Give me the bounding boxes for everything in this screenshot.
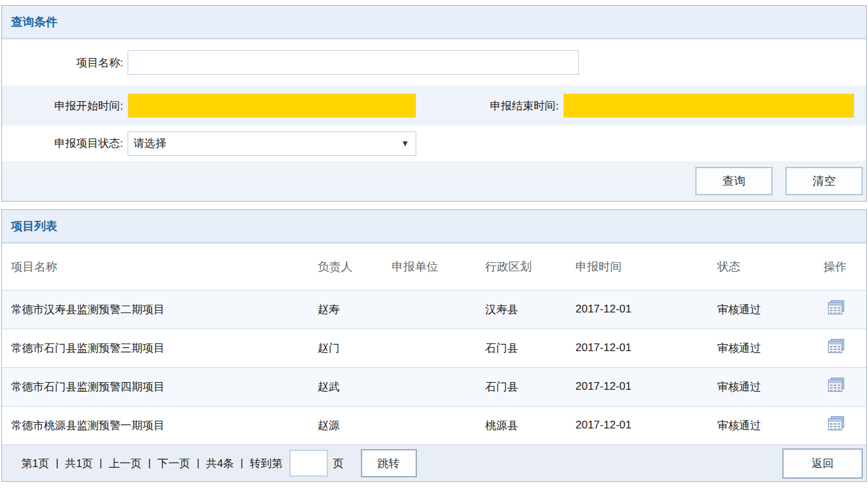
project-table: 项目名称 负责人 申报单位 行政区划 申报时间 状态 操作 常德市汉寿县监测预警… <box>2 244 866 445</box>
view-detail-table-icon[interactable] <box>827 378 845 392</box>
cell-owner: 赵门 <box>318 329 392 367</box>
table-header-row: 项目名称 负责人 申报单位 行政区划 申报时间 状态 操作 <box>2 244 866 290</box>
total-items-label: 共4条 <box>206 456 234 471</box>
goto-prefix-label: 转到第 <box>250 456 283 471</box>
view-detail-table-icon[interactable] <box>827 339 845 354</box>
status-select[interactable]: 请选择 ▼ <box>128 131 416 156</box>
cell-status: 审核通过 <box>717 290 824 329</box>
cell-project-name: 常德市石门县监测预警三期项目 <box>2 329 318 367</box>
query-panel-title: 查询条件 <box>2 6 866 39</box>
view-detail-table-icon[interactable] <box>827 416 845 431</box>
project-name-input[interactable] <box>128 50 579 75</box>
separator: | <box>240 457 243 470</box>
cell-status: 审核通过 <box>717 367 824 406</box>
cell-owner: 赵寿 <box>318 290 392 329</box>
view-detail-table-icon[interactable] <box>827 300 845 315</box>
table-row: 常德市桃源县监测预警一期项目 赵源 桃源县 2017-12-01 审核通过 <box>2 406 866 445</box>
cell-region: 石门县 <box>485 329 575 367</box>
cell-date: 2017-12-01 <box>575 406 717 445</box>
col-status: 状态 <box>717 244 824 290</box>
cell-region: 桃源县 <box>485 406 575 445</box>
cell-unit <box>392 329 485 367</box>
cell-owner: 赵源 <box>318 406 392 445</box>
project-name-label: 项目名称: <box>2 55 128 70</box>
end-time-input[interactable] <box>563 93 854 118</box>
cell-operation <box>824 290 866 329</box>
cell-status: 审核通过 <box>717 406 824 445</box>
query-button[interactable]: 查询 <box>695 167 773 195</box>
table-row: 常德市石门县监测预警三期项目 赵门 石门县 2017-12-01 审核通过 <box>2 329 866 367</box>
cell-date: 2017-12-01 <box>575 367 717 406</box>
back-button[interactable]: 返回 <box>782 448 863 479</box>
cell-owner: 赵武 <box>318 367 392 406</box>
end-time-label: 申报结束时间: <box>416 99 563 113</box>
clear-button[interactable]: 清空 <box>786 167 863 195</box>
cell-date: 2017-12-01 <box>575 329 717 367</box>
col-project-name: 项目名称 <box>2 244 318 290</box>
start-time-label: 申报开始时间: <box>2 99 128 113</box>
next-page-link[interactable]: 下一页 <box>157 456 190 471</box>
project-list-panel: 项目列表 项目名称 负责人 申报单位 行政区划 申报时间 状态 操作 常德市 <box>1 209 867 482</box>
goto-page-input[interactable] <box>289 450 328 477</box>
cell-unit <box>392 290 485 329</box>
cell-project-name: 常德市汉寿县监测预警二期项目 <box>2 290 318 329</box>
cell-unit <box>392 367 485 406</box>
cell-date: 2017-12-01 <box>575 290 717 329</box>
col-owner: 负责人 <box>318 244 392 290</box>
separator: | <box>148 457 151 470</box>
separator: | <box>55 457 58 470</box>
separator: | <box>99 457 102 470</box>
start-time-input[interactable] <box>128 93 416 118</box>
prev-page-link[interactable]: 上一页 <box>109 456 142 471</box>
col-region: 行政区划 <box>485 244 575 290</box>
separator: | <box>197 457 199 470</box>
query-panel: 查询条件 项目名称: 申报开始时间: 申报结束时间: 申报项目状态: 请选择 ▼… <box>1 5 867 202</box>
cell-operation <box>824 329 866 367</box>
total-pages-label: 共1页 <box>65 456 93 471</box>
project-list-title: 项目列表 <box>2 210 866 244</box>
chevron-down-icon: ▼ <box>401 139 409 148</box>
status-selected-value: 请选择 <box>133 136 166 151</box>
query-actions-row: 查询 清空 <box>2 161 866 201</box>
cell-project-name: 常德市桃源县监测预警一期项目 <box>2 406 318 445</box>
cell-project-name: 常德市石门县监测预警四期项目 <box>2 367 318 406</box>
table-row: 常德市汉寿县监测预警二期项目 赵寿 汉寿县 2017-12-01 审核通过 <box>2 290 866 329</box>
col-operation: 操作 <box>824 244 866 290</box>
declare-time-row: 申报开始时间: 申报结束时间: <box>2 86 866 126</box>
status-label: 申报项目状态: <box>2 136 128 151</box>
goto-suffix-label: 页 <box>333 456 344 471</box>
cell-region: 汉寿县 <box>485 290 575 329</box>
current-page-label: 第1页 <box>21 456 49 471</box>
cell-operation <box>824 406 866 445</box>
page: 查询条件 项目名称: 申报开始时间: 申报结束时间: 申报项目状态: 请选择 ▼… <box>0 0 868 483</box>
table-row: 常德市石门县监测预警四期项目 赵武 石门县 2017-12-01 审核通过 <box>2 367 866 406</box>
cell-unit <box>392 406 485 445</box>
project-name-row: 项目名称: <box>2 39 866 86</box>
cell-operation <box>824 367 866 406</box>
jump-button[interactable]: 跳转 <box>361 449 417 477</box>
pagination-bar: 第1页 | 共1页 | 上一页 | 下一页 | 共4条 | 转到第 页 跳转 返… <box>2 445 866 481</box>
col-date: 申报时间 <box>575 244 717 290</box>
cell-status: 审核通过 <box>717 329 824 367</box>
col-unit: 申报单位 <box>392 244 485 290</box>
cell-region: 石门县 <box>485 367 575 406</box>
project-status-row: 申报项目状态: 请选择 ▼ <box>2 126 866 161</box>
